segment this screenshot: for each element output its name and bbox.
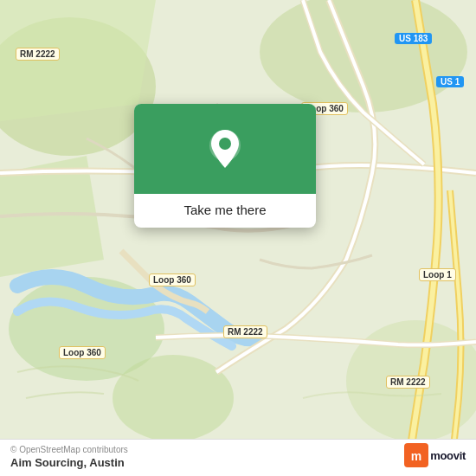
map-container: RM 2222 RM 222 RM 2222 RM 2222 RM 2222 L… (0, 0, 476, 476)
road-label-rm2222-right: RM 2222 (386, 376, 430, 389)
moovit-text: moovit (430, 449, 466, 462)
take-me-there-button[interactable]: Take me there (134, 194, 316, 228)
road-label-loop360-low: Loop 360 (59, 346, 106, 359)
road-label-loop1: Loop 1 (419, 268, 456, 281)
location-pin-icon (206, 128, 244, 173)
moovit-logo-icon: m (404, 443, 428, 467)
svg-marker-3 (0, 0, 156, 121)
popup-header (134, 104, 316, 194)
map-attribution: © OpenStreetMap contributors (10, 445, 466, 454)
popup-card: Take me there (134, 104, 316, 228)
moovit-logo: m moovit (404, 443, 466, 467)
svg-point-9 (219, 138, 231, 150)
location-name: Aim Sourcing, Austin (10, 456, 466, 469)
road-label-us1: US 1 (436, 76, 464, 87)
road-label-us183: US 183 (395, 33, 432, 44)
road-label-loop360-mid: Loop 360 (149, 273, 196, 286)
road-label-rm2222-lower: RM 2222 (223, 325, 267, 338)
svg-text:m: m (411, 449, 421, 463)
svg-point-6 (113, 355, 234, 441)
road-label-rm2222-top: RM 2222 (16, 48, 60, 61)
